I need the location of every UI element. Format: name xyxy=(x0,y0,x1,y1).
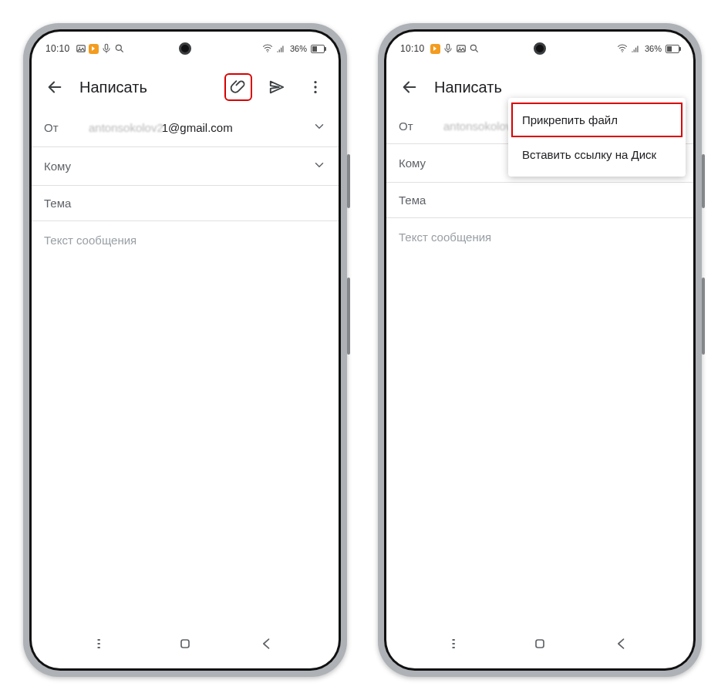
back-button[interactable] xyxy=(41,73,69,101)
home-button[interactable] xyxy=(532,636,548,655)
to-label: Кому xyxy=(44,160,76,173)
body-field[interactable]: Текст сообщения xyxy=(386,218,693,256)
svg-rect-7 xyxy=(181,640,189,648)
subject-placeholder: Тема xyxy=(399,194,681,207)
body-placeholder: Текст сообщения xyxy=(44,234,136,247)
voice-icon xyxy=(101,43,112,54)
status-time: 10:10 xyxy=(400,43,425,54)
svg-point-9 xyxy=(459,47,460,49)
svg-point-1 xyxy=(79,47,80,49)
to-field[interactable]: Кому xyxy=(32,147,339,186)
attach-menu: Прикрепить файл Вставить ссылку на Диск xyxy=(508,98,686,177)
app-notification-icon xyxy=(89,44,99,54)
phone-frame-2: 10:10 36% Написать xyxy=(378,23,702,677)
subject-field[interactable]: Тема xyxy=(32,186,339,221)
front-camera xyxy=(179,42,191,55)
back-system-button[interactable] xyxy=(614,636,629,655)
picture-icon xyxy=(76,43,86,54)
battery-text: 36% xyxy=(290,44,307,53)
more-button[interactable] xyxy=(302,73,329,101)
compose-title: Написать xyxy=(79,79,214,96)
battery-icon xyxy=(666,45,679,53)
svg-rect-12 xyxy=(536,640,544,648)
search-icon xyxy=(469,43,480,54)
picture-icon xyxy=(456,43,467,54)
recents-button[interactable] xyxy=(450,636,466,655)
system-navbar xyxy=(32,630,339,661)
compose-appbar: Написать xyxy=(32,66,339,109)
power-button xyxy=(702,278,705,355)
wifi-icon xyxy=(617,43,628,54)
status-time: 10:10 xyxy=(46,43,70,54)
home-button[interactable] xyxy=(177,636,193,655)
front-camera xyxy=(534,42,546,55)
back-system-button[interactable] xyxy=(259,636,275,655)
power-button xyxy=(347,278,350,355)
back-button[interactable] xyxy=(396,73,423,101)
app-notification-icon xyxy=(430,44,440,54)
battery-icon xyxy=(311,45,325,53)
voice-icon xyxy=(443,43,453,54)
search-icon xyxy=(114,43,125,54)
body-field[interactable]: Текст сообщения xyxy=(32,221,339,259)
system-navbar xyxy=(386,630,693,661)
from-label: От xyxy=(44,121,76,134)
chevron-down-icon xyxy=(312,119,326,136)
subject-field[interactable]: Тема xyxy=(386,183,693,218)
svg-point-4 xyxy=(314,81,316,83)
battery-text: 36% xyxy=(645,44,662,53)
menu-insert-drive-link[interactable]: Вставить ссылку на Диск xyxy=(508,137,686,172)
chevron-down-icon xyxy=(312,158,326,174)
signal-icon xyxy=(630,43,641,54)
menu-attach-file[interactable]: Прикрепить файл xyxy=(511,103,682,137)
wifi-icon xyxy=(262,43,273,54)
from-label: От xyxy=(399,119,431,133)
compose-title: Написать xyxy=(434,79,684,96)
signal-icon xyxy=(275,43,286,54)
subject-placeholder: Тема xyxy=(44,197,326,210)
svg-point-5 xyxy=(314,86,316,88)
svg-point-6 xyxy=(314,91,316,93)
send-button[interactable] xyxy=(263,73,291,101)
body-placeholder: Текст сообщения xyxy=(399,231,491,244)
svg-point-3 xyxy=(267,51,268,52)
phone-frame-1: 10:10 36% Написать xyxy=(23,23,347,677)
recents-button[interactable] xyxy=(96,636,111,655)
from-field[interactable]: От antonsokolov21@gmail.com xyxy=(32,109,339,147)
to-label: Кому xyxy=(399,156,431,170)
volume-button xyxy=(347,154,350,208)
volume-button xyxy=(702,154,705,208)
svg-point-2 xyxy=(116,45,121,50)
svg-point-11 xyxy=(622,51,623,52)
svg-point-10 xyxy=(470,45,476,50)
from-value: antonsokolov21@gmail.com xyxy=(89,121,300,134)
attach-button[interactable] xyxy=(224,73,252,101)
